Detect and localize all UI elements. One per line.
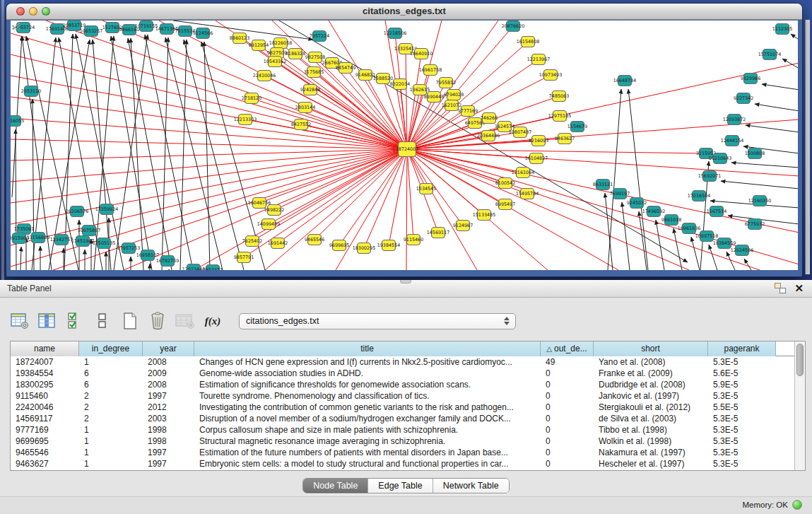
graph-edge[interactable]: [93, 40, 111, 270]
graph-node[interactable]: 18300295: [353, 243, 376, 254]
column-header-out_degree[interactable]: △out_de...: [541, 341, 594, 356]
graph-edge[interactable]: [169, 269, 170, 270]
graph-node[interactable]: 12213967: [527, 54, 551, 65]
graph-node[interactable]: 2516055: [11, 116, 24, 127]
table-vertical-scrollbar[interactable]: [794, 341, 805, 470]
table-cell[interactable]: de Silva et al. (2003): [594, 413, 708, 424]
graph-node[interactable]: 10973493: [539, 70, 563, 81]
delete-table-icon[interactable]: [175, 311, 195, 331]
graph-node[interactable]: 12444154: [721, 136, 744, 146]
graph-node[interactable]: 9463627: [555, 134, 575, 144]
table-cell[interactable]: 9699695: [11, 436, 79, 447]
network-window-titlebar[interactable]: citations_edges.txt: [6, 4, 802, 20]
table-cell[interactable]: 2008: [143, 379, 194, 390]
graph-node[interactable]: 8216093: [529, 136, 548, 146]
table-row[interactable]: 2242004622012Investigating the contribut…: [11, 402, 794, 413]
table-cell[interactable]: 9463627: [11, 458, 79, 469]
graph-node[interactable]: 12161064: [512, 168, 535, 178]
graph-node[interactable]: 9124566: [193, 28, 213, 39]
float-window-icon[interactable]: [775, 283, 786, 293]
table-cell[interactable]: 1997: [143, 390, 194, 402]
graph-edge[interactable]: [94, 36, 114, 270]
table-cell[interactable]: Estimation of significance thresholds fo…: [194, 379, 541, 390]
graph-node[interactable]: 8100542: [495, 178, 515, 189]
graph-edge[interactable]: [709, 245, 717, 270]
table-cell[interactable]: 0: [541, 390, 594, 402]
graph-node[interactable]: 12923448: [182, 264, 206, 271]
graph-edge[interactable]: [204, 42, 210, 270]
graph-edge[interactable]: [407, 149, 477, 270]
graph-edge[interactable]: [406, 149, 407, 270]
table-cell[interactable]: 5.3E-5: [708, 447, 776, 458]
table-row[interactable]: 946362711997Embryonic stem cells: a mode…: [11, 458, 794, 469]
table-cell[interactable]: Nakamura et al. (1997): [594, 447, 708, 458]
graph-edge[interactable]: [194, 149, 407, 270]
graph-node[interactable]: 15692071: [698, 171, 722, 182]
graph-node[interactable]: 16648784: [613, 76, 637, 86]
graph-node[interactable]: 8633121: [593, 180, 613, 190]
graph-edge[interactable]: [165, 37, 223, 270]
graph-node[interactable]: 9227342: [734, 93, 753, 104]
table-cell[interactable]: 1: [79, 436, 143, 447]
graph-edge[interactable]: [628, 89, 648, 270]
rows-icon[interactable]: [93, 311, 112, 331]
table-cell[interactable]: 1998: [143, 436, 194, 447]
table-cell[interactable]: 1997: [143, 447, 194, 458]
table-cell[interactable]: 0: [541, 368, 594, 379]
table-cell[interactable]: Dudbridge et al. (2008): [594, 379, 708, 390]
network-canvas[interactable]: 1405572417691406208537191065325715276029…: [11, 21, 798, 270]
graph-edge[interactable]: [746, 125, 798, 132]
table-cell[interactable]: 6: [79, 379, 143, 390]
table-cell[interactable]: Estimation of the future numbers of pati…: [194, 447, 541, 458]
table-cell[interactable]: 9777169: [11, 424, 79, 436]
table-cell[interactable]: Corpus callosum shape and size in male p…: [194, 424, 541, 436]
graph-edge[interactable]: [272, 21, 407, 149]
table-cell[interactable]: 5.3E-5: [708, 390, 776, 402]
table-row[interactable]: 1456911722003Disruption of a novel membe…: [11, 413, 794, 424]
tab-node-table[interactable]: Node Table: [303, 479, 368, 493]
table-cell[interactable]: 0: [541, 436, 594, 447]
graph-node[interactable]: 16154808: [517, 37, 540, 47]
graph-node[interactable]: 18724007: [396, 142, 419, 157]
graph-node[interactable]: 9465546: [305, 235, 324, 245]
graph-node[interactable]: 16961936: [678, 223, 701, 234]
graph-node[interactable]: 2803144: [295, 103, 315, 113]
column-header-year[interactable]: year: [143, 341, 194, 356]
graph-node[interactable]: 1167534: [707, 206, 726, 217]
graph-edge[interactable]: [11, 33, 407, 149]
table-cell[interactable]: Franke et al. (2009): [594, 368, 708, 379]
select-columns-icon[interactable]: [65, 311, 85, 331]
graph-node[interactable]: 16961758: [419, 65, 442, 76]
table-cell[interactable]: 18300295: [11, 379, 79, 390]
graph-edge[interactable]: [131, 38, 143, 270]
graph-edge[interactable]: [114, 35, 148, 270]
graph-node[interactable]: 12160350: [748, 196, 772, 206]
graph-node[interactable]: 9857791: [234, 252, 254, 263]
graph-edge[interactable]: [691, 237, 700, 270]
table-cell[interactable]: 5.3E-5: [708, 356, 776, 368]
graph-node[interactable]: 12093872: [723, 115, 746, 125]
column-header-pagerank[interactable]: pagerank: [708, 341, 776, 356]
column-header-in_degree[interactable]: in_degree: [79, 341, 143, 356]
table-cell[interactable]: Wolkin et al. (1998): [594, 436, 708, 447]
table-cell[interactable]: 14569117: [11, 413, 79, 424]
table-cell[interactable]: 9465546: [11, 447, 79, 458]
table-cell[interactable]: Investigating the contribution of common…: [194, 402, 541, 413]
table-cell[interactable]: 18724007: [11, 356, 79, 368]
table-cell[interactable]: 1997: [143, 458, 194, 469]
table-selector-dropdown[interactable]: citations_edges.txt: [239, 313, 516, 329]
table-cell[interactable]: 5.3E-5: [708, 424, 776, 436]
graph-node[interactable]: 17496592: [642, 206, 666, 217]
table-cell[interactable]: 0: [541, 402, 594, 413]
graph-node[interactable]: 14099489: [257, 219, 281, 230]
graph-edge[interactable]: [744, 259, 751, 270]
table-cell[interactable]: Disruption of a novel member of a sodium…: [194, 413, 541, 424]
table-cell[interactable]: 0: [541, 413, 594, 424]
graph-node[interactable]: 8990448: [424, 92, 444, 103]
new-column-icon[interactable]: [120, 311, 140, 331]
graph-edge[interactable]: [364, 149, 407, 248]
graph-node[interactable]: 11451947: [71, 236, 95, 247]
graph-edge[interactable]: [269, 149, 407, 224]
table-row[interactable]: 1938455462009Genome-wide association stu…: [11, 368, 794, 379]
graph-node[interactable]: 16104827: [525, 153, 548, 164]
